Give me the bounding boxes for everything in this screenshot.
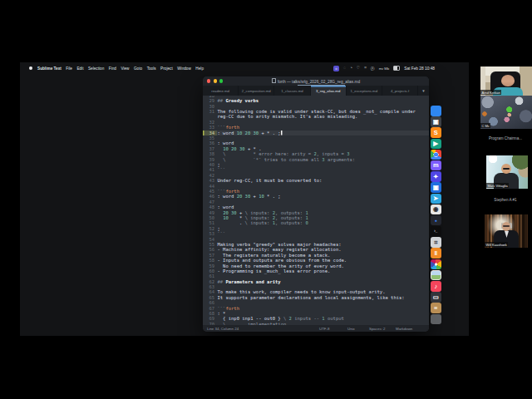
macos-dock: ▣S▶m✦▣➤◉●›_⌗‖♪▭≡	[431, 106, 441, 324]
menu-edit[interactable]: Edit	[76, 66, 83, 71]
line-text: ```	[217, 231, 225, 236]
participant-video-v4[interactable]: Will Kaashoek	[485, 214, 528, 248]
dock-icon-screenshot-app[interactable]: ▣	[431, 116, 441, 127]
scene-v1-head	[501, 75, 515, 86]
line-text: . \ inputs: 1, outputs: 0	[217, 221, 308, 226]
sublime-text-window: forth — talks/srlg_2026_02_28G_reg_alias…	[203, 76, 429, 332]
menu-find[interactable]: Find	[109, 66, 116, 71]
tab-3_reg_alias.md[interactable]: 3_reg_alias.md	[311, 86, 347, 96]
battery-icon[interactable]	[393, 66, 400, 71]
scene-v4-head	[502, 222, 510, 231]
dock-icon-preview[interactable]	[431, 270, 441, 281]
macos-menubar: Sublime Text FileEditSelectionFindViewGo…	[29, 64, 435, 72]
menu-view[interactable]: View	[121, 66, 129, 71]
status-bar: Line 34, Column 24 UTF-8 Unix Spaces: 2 …	[203, 325, 429, 332]
menu-project[interactable]: Project	[160, 66, 173, 71]
line-text: : word 10 20 30 + * . ;	[217, 131, 283, 135]
menubar-app-name[interactable]: Sublime Text	[37, 66, 62, 71]
dock-icon-teal-arrow-app[interactable]: ▶	[431, 139, 441, 150]
dock-icon-dark-gray-app[interactable]: ▭	[431, 292, 441, 303]
participant-name-label: Will Kaashoek	[485, 242, 508, 247]
dock-icon-indigo-app[interactable]: ✦	[431, 171, 441, 182]
dock-icon-purple-m-app[interactable]: m	[431, 160, 441, 171]
dock-icon-white-circle-app[interactable]: ◉	[431, 204, 441, 215]
menubar-clock[interactable]: Sat Feb 28 10:48	[404, 66, 435, 71]
tab-2_composition.md[interactable]: 2_composition.md	[239, 86, 274, 96]
line-text: ## Greedy verbs	[217, 98, 259, 103]
window-title: forth — talks/srlg_2026_02_28G_reg_alias…	[228, 78, 404, 84]
display-icon[interactable]: ◔	[350, 66, 352, 71]
window-titlebar[interactable]: forth — talks/srlg_2026_02_28G_reg_alias…	[203, 76, 429, 86]
dock-icon-blue-box-app[interactable]: ▣	[431, 182, 441, 193]
tab-4_projects.f[interactable]: 4_projects.f	[382, 86, 418, 96]
heart-icon[interactable]: ♡	[357, 66, 360, 71]
participant-name-label: Arnd Kerkan	[480, 90, 501, 95]
dock-icon-downloads-folder[interactable]: ≡	[431, 303, 441, 313]
tab-1_classes.md[interactable]: 1_classes.md	[274, 86, 310, 96]
tab-bar: readme.md2_composition.md1_classes.md3_r…	[203, 86, 429, 96]
dock-icon-keyboard-app[interactable]: ⌗	[431, 237, 441, 248]
participant-video-v2[interactable]: C Mc	[480, 96, 532, 129]
minimize-button[interactable]	[214, 79, 217, 82]
tab-1_exceptions.md[interactable]: 1_exceptions.md	[347, 86, 382, 96]
grid-icon[interactable]: ⌗	[364, 66, 367, 71]
dock-icon-terminal[interactable]: ›_	[431, 226, 441, 237]
menu-tools[interactable]: Tools	[147, 66, 156, 71]
participant-name-label: Marc Vittaglia	[486, 183, 509, 188]
dock-icon-orange-pause-app[interactable]: ‖	[431, 248, 441, 259]
participant-name-text: Program Chairma...	[468, 136, 532, 140]
input-source-icon[interactable]: ⌗	[333, 66, 339, 71]
dock-icon-chrome[interactable]	[431, 150, 441, 160]
dock-icon-dark-dot-app[interactable]: ●	[431, 215, 441, 226]
dock-icon-color-wheel-app[interactable]	[431, 259, 441, 270]
line-ending-indicator[interactable]: Unix	[347, 327, 355, 331]
line-text: Under reg-CC, it must be converted to:	[217, 178, 322, 183]
menu-window[interactable]: Window	[177, 66, 191, 71]
participant-name-text: Stephen A #1	[468, 198, 532, 202]
dock-icon-finder[interactable]	[431, 106, 441, 116]
scene-v4-glasses	[503, 225, 510, 227]
line-text: ```	[217, 168, 225, 173]
participant-video-v3[interactable]: Marc Vittaglia	[486, 155, 528, 189]
line-text: \ `*` tries to consume all 3 arguments:	[217, 157, 355, 162]
line-text: : word 20 30 + 10 * . ;	[217, 195, 281, 200]
network-meter[interactable]: mv Mb	[379, 66, 390, 71]
participant-name-label: C Mc	[480, 123, 490, 128]
menu-goto[interactable]: Goto	[134, 66, 142, 71]
document-icon	[272, 78, 276, 83]
close-button[interactable]	[207, 79, 210, 82]
line-text: - Programming is _much_ less error prone…	[217, 268, 330, 273]
menu-help[interactable]: Help	[195, 66, 204, 71]
participant-video-v1[interactable]: Arnd Kerkan	[480, 66, 532, 96]
circle-icon[interactable]: ◌	[343, 66, 346, 71]
line-text: It supports parameter declarations and l…	[217, 295, 405, 300]
syntax-indicator[interactable]: Markdown	[396, 327, 412, 331]
character-viewer-icon[interactable]: Ⓐ	[371, 66, 375, 71]
cursor-position[interactable]: Line 34, Column 24	[207, 327, 239, 331]
tab-readme.md[interactable]: readme.md	[203, 86, 239, 96]
dock-icon-sublime-text[interactable]: S	[431, 127, 441, 138]
maximize-button[interactable]	[219, 79, 223, 82]
editor-pane[interactable]: 2829## Greedy verbs3031The following cod…	[203, 96, 429, 325]
dock-icon-telegram[interactable]: ➤	[431, 194, 441, 204]
menu-file[interactable]: File	[66, 66, 72, 71]
editor-line-65[interactable]: 65It supports parameter declarations and…	[203, 295, 429, 300]
apple-menu-icon[interactable]	[29, 66, 32, 71]
indentation-indicator[interactable]: Spaces: 2	[369, 327, 386, 331]
line-text: ## Parameters and arity	[217, 279, 281, 284]
line-text: reg-CC due to arity mismatch. It's also …	[217, 115, 357, 120]
text-caret	[281, 131, 283, 135]
encoding-indicator[interactable]: UTF-8	[319, 327, 329, 331]
menu-selection[interactable]: Selection	[88, 66, 104, 71]
tab-overflow-button[interactable]: ▼	[418, 86, 429, 96]
dock-icon-music[interactable]: ♪	[431, 281, 441, 292]
scene-v3-glasses	[503, 168, 510, 170]
dock-icon-trash[interactable]	[431, 314, 441, 325]
